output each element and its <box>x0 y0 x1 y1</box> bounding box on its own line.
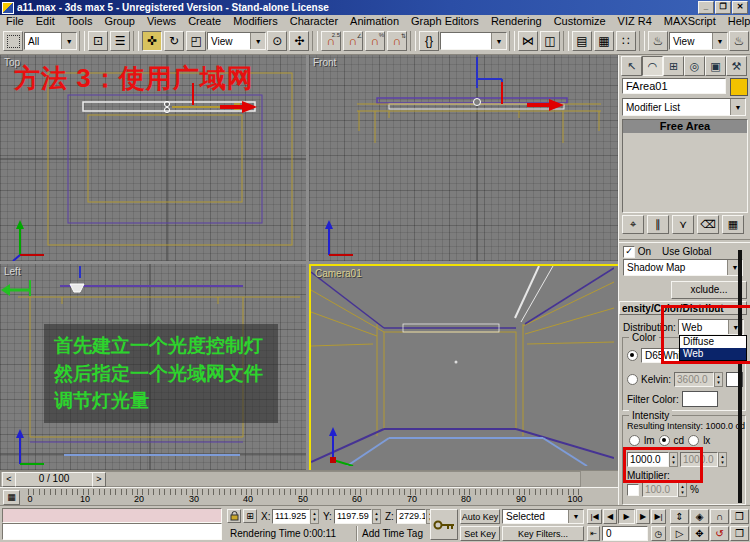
menu-maxscript[interactable]: MAXScript <box>658 15 722 28</box>
next-frame-icon[interactable]: ▶ <box>636 509 650 524</box>
selection-region-icon[interactable] <box>3 31 23 51</box>
layer-manager-icon[interactable]: ▤ <box>572 31 592 51</box>
material-editor-icon[interactable]: ∷ <box>616 31 636 51</box>
named-selection-sets-icon[interactable]: {} <box>419 31 439 51</box>
minimize-button[interactable]: _ <box>698 1 714 14</box>
x-coordinate-spinner[interactable]: 111.925 ▴▾ <box>272 509 319 524</box>
pin-stack-icon[interactable]: ⌖ <box>622 215 644 234</box>
pan-camera-icon[interactable]: ✥ <box>690 526 709 541</box>
field-of-view-icon[interactable]: ▷ <box>670 526 689 541</box>
show-end-result-icon[interactable]: ∥ <box>647 215 669 234</box>
kelvin-radio[interactable] <box>627 374 638 385</box>
configure-stack-icon[interactable]: ▦ <box>722 215 744 234</box>
menu-graph-editors[interactable]: Graph Editors <box>405 15 485 28</box>
color-preset-radio[interactable] <box>627 350 638 361</box>
goto-start-icon[interactable]: |◀ <box>587 509 602 524</box>
modifier-stack[interactable]: Free Area <box>622 119 748 213</box>
add-time-tag[interactable]: Add Time Tag <box>362 528 423 539</box>
time-slider-thumb[interactable]: 0 / 100 <box>15 472 93 487</box>
menu-file[interactable]: File <box>0 15 30 28</box>
play-animation-icon[interactable]: ▶ <box>618 509 635 524</box>
distribution-option-diffuse[interactable]: Diffuse <box>680 336 746 348</box>
quick-render-icon[interactable]: ♨ <box>729 31 749 51</box>
track-bar[interactable]: ▦ 0 10 20 30 40 50 60 70 80 90 100 <box>0 487 618 506</box>
panel-scrollbar[interactable] <box>738 250 742 503</box>
previous-frame-arrow[interactable]: < <box>2 472 16 487</box>
goto-end-icon[interactable]: ▶| <box>651 509 666 524</box>
named-selection-dropdown[interactable]: ▼ <box>440 32 507 50</box>
use-center-icon[interactable]: ⊙ <box>267 31 287 51</box>
menu-tools[interactable]: Tools <box>61 15 99 28</box>
absolute-mode-icon[interactable]: ⊞ <box>243 509 257 523</box>
viewport-camera[interactable]: Camera01 <box>309 264 620 472</box>
selection-filter-dropdown[interactable]: All ▼ <box>24 32 77 50</box>
tab-modify[interactable]: ◠ <box>642 56 663 76</box>
selected-filter-dropdown[interactable]: Selected ▼ <box>502 509 584 524</box>
tab-hierarchy[interactable]: ⊞ <box>663 56 684 76</box>
modifier-list-dropdown[interactable]: Modifier List ▼ <box>622 98 746 116</box>
exclude-button[interactable]: xclude... <box>671 281 747 299</box>
viewport-left[interactable]: Left 首先建立一个光度控制灯 然后指定一个光域网文件 调节灯光量 <box>0 264 306 470</box>
tab-create[interactable]: ↖ <box>621 56 642 76</box>
spinner-arrows-icon[interactable]: ▴▾ <box>718 452 727 467</box>
menu-animation[interactable]: Animation <box>344 15 405 28</box>
modifier-stack-item[interactable]: Free Area <box>623 120 747 133</box>
key-mode-toggle-icon[interactable]: ⇤ <box>587 526 600 541</box>
spinner-arrows-icon[interactable]: ▴▾ <box>372 509 381 524</box>
unit-lx-radio[interactable] <box>688 435 699 446</box>
menu-help[interactable]: Help <box>722 15 750 28</box>
select-and-scale-icon[interactable]: ◰ <box>186 31 206 51</box>
make-unique-icon[interactable]: ⋎ <box>672 215 694 234</box>
spinner-arrows-icon[interactable]: ▴▾ <box>310 509 319 524</box>
object-color-swatch[interactable] <box>730 78 748 96</box>
viewport-top[interactable]: Top 方法 3：使用广域网 <box>0 55 306 261</box>
select-by-name-icon[interactable]: ☰ <box>110 31 130 51</box>
menu-rendering[interactable]: Rendering <box>485 15 548 28</box>
remove-modifier-icon[interactable]: ⌫ <box>697 215 719 234</box>
menu-customize[interactable]: Customize <box>548 15 612 28</box>
select-object-icon[interactable]: ⊡ <box>88 31 108 51</box>
auto-key-button[interactable]: Auto Key <box>460 509 500 524</box>
tab-utilities[interactable]: ⚒ <box>726 56 747 76</box>
distribution-dropdown[interactable]: Web ▼ <box>678 319 744 335</box>
y-coordinate-spinner[interactable]: 1197.59 ▴▾ <box>334 509 381 524</box>
select-and-rotate-icon[interactable]: ↻ <box>164 31 184 51</box>
viewport-front[interactable]: Front <box>309 55 618 261</box>
kelvin-spinner[interactable]: 3600.0 ▴▾ <box>674 372 723 387</box>
close-button[interactable]: ✕ <box>732 1 748 14</box>
intensity-spinner[interactable]: 1000.0 ▴▾ <box>627 452 678 467</box>
menu-character[interactable]: Character <box>284 15 344 28</box>
mini-curve-editor-button[interactable]: ▦ <box>3 490 20 505</box>
spinner-arrows-icon[interactable]: ▴▾ <box>669 452 678 467</box>
menu-edit[interactable]: Edit <box>30 15 61 28</box>
set-key-mode-button[interactable] <box>430 509 458 540</box>
shadow-type-dropdown[interactable]: Shadow Map ▼ <box>623 259 743 276</box>
region-zoom-icon[interactable]: ❒ <box>730 509 749 524</box>
multiplier-spinner[interactable]: 100.0 ▴▾ <box>642 482 687 497</box>
render-scene-icon[interactable]: ♨ <box>648 31 668 51</box>
restore-button[interactable]: ❐ <box>715 1 731 14</box>
zoom-extents-all-icon[interactable]: ◈ <box>690 509 709 524</box>
menu-create[interactable]: Create <box>182 15 227 28</box>
set-key-button[interactable]: Set Key <box>460 526 500 541</box>
intensity-color-distribution-rollout[interactable]: ensity/Color/Distribut <box>619 301 747 315</box>
menu-views[interactable]: Views <box>141 15 182 28</box>
previous-frame-icon[interactable]: ◀ <box>603 509 617 524</box>
selection-lock-icon[interactable] <box>227 509 241 523</box>
intensity-secondary-spinner[interactable]: 1000.0 ▴▾ <box>680 452 727 467</box>
coordinate-system-dropdown[interactable]: View ▼ <box>207 32 266 50</box>
multiplier-checkbox[interactable] <box>627 484 639 496</box>
mirror-icon[interactable]: ⋈ <box>518 31 538 51</box>
dolly-camera-icon[interactable]: ⇕ <box>670 509 689 524</box>
menu-group[interactable]: Group <box>98 15 141 28</box>
menu-modifiers[interactable]: Modifiers <box>227 15 284 28</box>
angle-snap-icon[interactable]: ∩∠ <box>343 31 363 51</box>
select-and-move-icon[interactable]: ✜ <box>142 31 162 51</box>
distribution-option-web[interactable]: Web <box>680 348 746 360</box>
current-frame-field[interactable]: 0 <box>602 526 648 541</box>
tab-motion[interactable]: ◎ <box>684 56 705 76</box>
select-and-manipulate-icon[interactable]: ✣ <box>289 31 309 51</box>
unit-lm-radio[interactable] <box>629 435 640 446</box>
spinner-arrows-icon[interactable]: ▴▾ <box>678 482 687 497</box>
shadows-on-checkbox[interactable]: ✓ <box>623 246 635 258</box>
